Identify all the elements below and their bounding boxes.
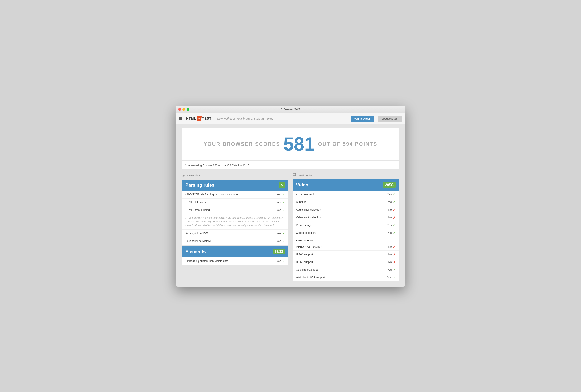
logo-html-text: HTML [186,117,196,120]
nav-tagline: how well does your browser support html5… [217,117,274,120]
check-icon: ✓ [393,223,396,227]
test-result: Yes ✓ [387,192,396,196]
test-name: <!DOCTYPE html> triggers standards mode [185,193,238,196]
multimedia-label: multimedia [298,174,312,177]
video-header: Video 29/33 [292,179,399,191]
test-result: Yes ✓ [277,208,285,212]
test-item: Poster images Yes ✓ [292,221,399,229]
score-suffix: OUT OF 594 POINTS [318,141,377,147]
svg-rect-1 [296,174,296,175]
test-result: No ✗ [388,208,396,212]
score-line: YOUR BROWSER SCORES 581 OUT OF 594 POINT… [190,135,391,153]
test-name: HTML5 tokenizer [185,201,206,204]
test-item: H.265 support No ✗ [292,258,399,266]
app-window: JxBrowser SWT ☰ HTML 5 TEST how well doe… [176,105,405,287]
test-item: Subtitles Yes ✓ [292,198,399,206]
titlebar: JxBrowser SWT [176,105,405,113]
semantics-label: semantics [187,174,200,177]
score-card: YOUR BROWSER SCORES 581 OUT OF 594 POINT… [182,128,399,160]
x-icon: ✗ [393,208,396,212]
test-result: No ✗ [388,245,396,249]
score-number: 581 [284,135,315,153]
html5-shield-icon: 5 [196,116,202,121]
test-result: Yes ✓ [277,231,285,235]
test-result: Yes ✓ [277,259,285,263]
test-name: Subtitles [296,200,306,204]
test-name: HTML5 tree building [185,208,210,211]
test-result: Yes ✓ [277,193,285,196]
semantics-header: ≫ semantics [182,173,288,177]
test-result: Yes ✓ [277,200,285,204]
window-controls [178,108,189,111]
check-icon: ✓ [282,239,285,243]
check-icon: ✓ [282,259,285,263]
multimedia-header: multimedia [292,173,399,177]
test-result: Yes ✓ [277,239,285,243]
test-result: No ✗ [388,253,396,256]
check-icon: ✓ [282,231,285,235]
x-icon: ✗ [393,216,396,219]
test-result: Yes ✓ [387,276,396,279]
test-item: WebM with VP8 support Yes ✓ [292,274,399,281]
test-name: Parsing inline MathML [185,239,212,243]
parsing-note: HTML5 defines rules for embedding SVG an… [182,214,288,230]
test-item: HTML5 tokenizer Yes ✓ [182,199,288,206]
check-icon: ✓ [282,200,285,204]
test-item: Ogg Theora support Yes ✓ [292,266,399,274]
test-name: Codec detection [296,231,316,234]
video-tests: video element Yes ✓ Subtitles Yes ✓ Audi… [292,191,399,281]
test-result: Yes ✓ [387,200,396,204]
test-name: Video track selection [296,216,321,219]
test-item: Parsing inline MathML Yes ✓ [182,237,288,245]
test-item: HTML5 tree building Yes ✓ [182,206,288,214]
video-card: Video 29/33 video element Yes ✓ Subtitle… [292,179,399,281]
test-name: MPEG-4 ASP support [296,245,322,248]
test-name: Poster images [296,224,313,227]
video-codecs-label: Video codecs [292,237,399,243]
check-icon: ✓ [393,192,396,196]
test-name: WebM with VP8 support [296,276,325,279]
your-browser-button[interactable]: your browser [350,115,374,122]
navbar: ☰ HTML 5 TEST how well does your browser… [176,113,405,124]
window-title: JxBrowser SWT [281,108,300,111]
test-name: video element [296,193,314,196]
maximize-button[interactable] [186,108,189,111]
elements-score: 32/33 [272,249,285,254]
test-result: Yes ✓ [387,268,396,272]
video-title: Video [296,182,308,188]
test-item: Audio track selection No ✗ [292,206,399,214]
test-name: Audio track selection [296,208,321,211]
test-name: H.264 support [296,253,313,256]
main-content: YOUR BROWSER SCORES 581 OUT OF 594 POINT… [176,124,405,287]
menu-icon[interactable]: ☰ [179,117,182,120]
about-test-button[interactable]: about the test [378,115,402,122]
semantics-column: ≫ semantics Parsing rules 5 <!DOCTYPE ht… [182,173,288,283]
test-name: Embedding custom non-visible data [185,259,228,263]
close-button[interactable] [178,108,181,111]
parsing-rules-tests: <!DOCTYPE html> triggers standards mode … [182,191,288,245]
x-icon: ✗ [393,253,396,256]
test-name: Ogg Theora support [296,268,320,271]
test-result: Yes ✓ [387,223,396,227]
test-item: H.264 support No ✗ [292,251,399,258]
minimize-button[interactable] [182,108,185,111]
test-result: Yes ✓ [387,231,396,235]
test-name: H.265 support [296,260,313,264]
test-item: Codec detection Yes ✓ [292,229,399,237]
test-item: MPEG-4 ASP support No ✗ [292,243,399,251]
elements-tests: Embedding custom non-visible data Yes ✓ [182,257,288,265]
test-name: Parsing inline SVG [185,232,208,235]
test-result: No ✗ [388,260,396,264]
score-prefix: YOUR BROWSER SCORES [204,141,280,147]
parsing-rules-card: Parsing rules 5 <!DOCTYPE html> triggers… [182,180,288,245]
elements-card: Elements 32/33 Embedding custom non-visi… [182,246,288,265]
check-icon: ✓ [282,208,285,212]
logo-test-text: TEST [202,117,212,120]
parsing-rules-header: Parsing rules 5 [182,180,288,191]
x-icon: ✗ [393,245,396,249]
test-item: Video track selection No ✗ [292,214,399,221]
multimedia-icon [292,173,296,177]
video-score: 29/33 [383,182,396,188]
x-icon: ✗ [393,260,396,264]
sections-grid: ≫ semantics Parsing rules 5 <!DOCTYPE ht… [182,173,399,283]
